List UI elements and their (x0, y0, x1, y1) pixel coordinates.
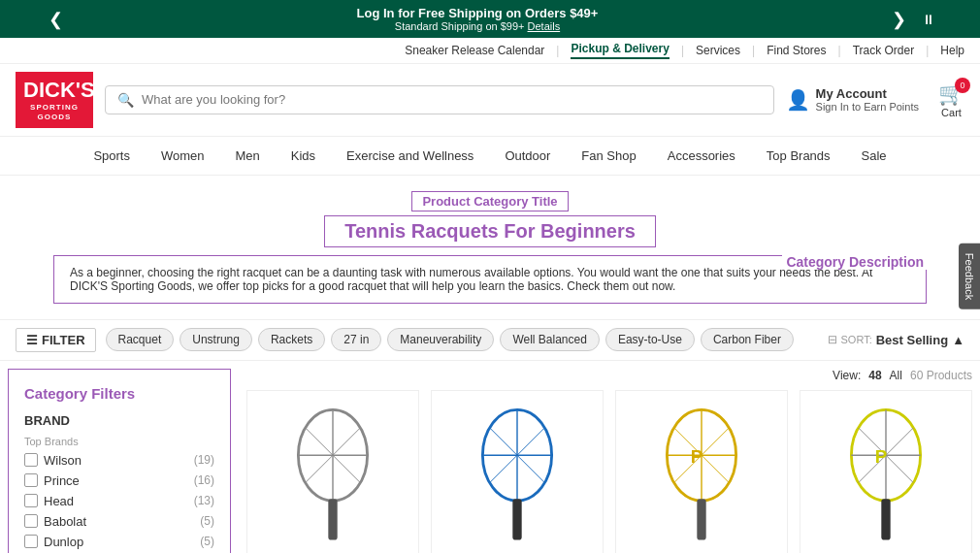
nav-top-brands[interactable]: Top Brands (751, 145, 846, 167)
cart-badge: 0 (955, 78, 970, 93)
brand-name-prince: Prince (44, 473, 80, 488)
top-brands-label: Top Brands (24, 436, 214, 447)
products-grid: Prince Teen Thunder Tennis Racquet $29.9… (246, 390, 972, 553)
brand-count-prince: (16) (194, 473, 214, 487)
logo[interactable]: DICK'S SPORTING GOODS (16, 72, 93, 128)
svg-text:P: P (875, 445, 888, 466)
product-image-2 (441, 401, 593, 546)
pickup-delivery-link[interactable]: Pickup & Delivery (571, 42, 669, 59)
svg-rect-18 (697, 499, 705, 539)
banner-main-text: Log In for Free Shipping on Orders $49+ (73, 6, 882, 20)
sneaker-release-link[interactable]: Sneaker Release Calendar (405, 44, 544, 57)
filter-tag-racquet[interactable]: Racquet (106, 328, 175, 351)
sort-section[interactable]: ⊟ SORT: Best Selling ▲ (828, 333, 965, 347)
svg-rect-11 (512, 499, 521, 539)
brand-section-title[interactable]: BRAND (24, 413, 214, 428)
search-input[interactable] (142, 92, 762, 107)
category-description-text: As a beginner, choosing the right racque… (70, 266, 910, 293)
nav-outdoor[interactable]: Outdoor (489, 145, 566, 167)
filter-tag-unstrung[interactable]: Unstrung (180, 328, 252, 351)
products-header: View: 48 All 60 Products (246, 369, 972, 382)
brand-section: BRAND Top Brands Wilson (19) Prince (16) (24, 413, 214, 553)
sidebar: Category Filters BRAND Top Brands Wilson… (8, 369, 231, 553)
filter-bar: ☰ FILTER Racquet Unstrung Rackets 27 in … (0, 319, 980, 361)
filter-tag-easy-to-use[interactable]: Easy-to-Use (605, 328, 695, 351)
track-order-link[interactable]: Track Order (853, 44, 915, 57)
nav-women[interactable]: Women (146, 145, 220, 167)
list-item[interactable]: Babolat (5) (24, 514, 214, 529)
head-checkbox[interactable] (24, 494, 38, 507)
search-icon: 🔍 (117, 92, 134, 108)
nav-exercise-wellness[interactable]: Exercise and Wellness (331, 145, 489, 167)
account-section[interactable]: 👤 My Account Sign In to Earn Points (786, 86, 919, 113)
list-item[interactable]: Dunlop (5) (24, 535, 214, 549)
banner-pause-button[interactable]: ⏸ (916, 12, 941, 27)
sort-chevron-icon: ▲ (952, 333, 964, 347)
feedback-button[interactable]: Feedback (959, 244, 980, 309)
search-bar[interactable]: 🔍 (105, 85, 774, 114)
page-content: Product Category Title Tennis Racquets F… (0, 176, 980, 553)
brand-count-babolat: (5) (200, 514, 214, 528)
babolat-checkbox[interactable] (24, 514, 38, 528)
cart-section[interactable]: 🛒 0 Cart (938, 81, 964, 118)
svg-rect-25 (881, 499, 890, 539)
help-link[interactable]: Help (940, 44, 964, 57)
svg-rect-5 (328, 499, 337, 539)
filter-tag-well-balanced[interactable]: Well Balanced (500, 328, 600, 351)
account-text: My Account Sign In to Earn Points (816, 86, 919, 113)
find-stores-link[interactable]: Find Stores (767, 44, 826, 57)
sign-in-label: Sign In to Earn Points (816, 101, 919, 113)
prince-checkbox[interactable] (24, 473, 38, 487)
product-card[interactable]: P Prince Men's Thunder 110 Tennis Racque… (800, 390, 972, 553)
filter-label: FILTER (42, 333, 85, 347)
brand-name-head: Head (44, 494, 74, 508)
list-item[interactable]: Wilson (19) (24, 453, 214, 468)
sort-value: Best Selling (876, 333, 948, 347)
view-48[interactable]: 48 (868, 369, 881, 382)
filter-tag-maneuverability[interactable]: Maneuverability (387, 328, 494, 351)
filter-tag-27in[interactable]: 27 in (331, 328, 381, 351)
banner-next-arrow[interactable]: ❯ (882, 9, 916, 30)
brand-label: BRAND (24, 413, 70, 428)
banner-sub-text: Standard Shipping on $99+ Details (73, 20, 882, 32)
nav-kids[interactable]: Kids (276, 145, 331, 167)
dunlop-checkbox[interactable] (24, 535, 38, 548)
category-filters-label: Category Filters (24, 385, 214, 402)
nav-sports[interactable]: Sports (78, 145, 146, 167)
filter-tag-carbon-fiber[interactable]: Carbon Fiber (701, 328, 794, 351)
view-label: View: (833, 369, 861, 382)
header-right: 👤 My Account Sign In to Earn Points 🛒 0 … (786, 81, 964, 118)
filter-button[interactable]: ☰ FILTER (16, 328, 96, 352)
product-image-4: P (810, 401, 962, 546)
nav-fan-shop[interactable]: Fan Shop (566, 145, 651, 167)
product-card[interactable]: Prince Teen Thunder Tennis Racquet $29.9… (246, 390, 419, 553)
list-item[interactable]: Prince (16) (24, 473, 214, 488)
brand-count-wilson: (19) (194, 453, 214, 467)
main-layout: Category Filters BRAND Top Brands Wilson… (0, 361, 980, 553)
nav-accessories[interactable]: Accessories (652, 145, 751, 167)
brand-name-dunlop: Dunlop (44, 535, 83, 549)
wilson-checkbox[interactable] (24, 453, 38, 467)
nav-sale[interactable]: Sale (846, 145, 902, 167)
product-card[interactable]: P Prince 2020 Thunder Bolt Tennis Racque… (615, 390, 788, 553)
category-header: Product Category Title Tennis Racquets F… (0, 176, 980, 319)
banner-prev-arrow[interactable]: ❮ (39, 9, 73, 30)
sort-icon: ⊟ (828, 333, 837, 346)
brand-count-head: (13) (194, 494, 214, 507)
list-item[interactable]: Head (13) (24, 494, 214, 508)
banner-details-link[interactable]: Details (528, 20, 561, 32)
cart-label: Cart (941, 107, 962, 118)
filter-tags: Racquet Unstrung Rackets 27 in Maneuvera… (106, 328, 818, 351)
filter-tag-rackets[interactable]: Rackets (258, 328, 325, 351)
product-category-title: Tennis Racquets For Beginners (324, 215, 656, 247)
logo-goods: GOODS (23, 113, 85, 122)
brand-count-dunlop: (5) (200, 535, 214, 548)
header: DICK'S SPORTING GOODS 🔍 👤 My Account Sig… (0, 64, 980, 136)
view-all[interactable]: All (890, 369, 902, 382)
nav-men[interactable]: Men (220, 145, 276, 167)
logo-sporting: SPORTING (23, 103, 85, 113)
product-card[interactable]: Babolat Drive Max 110 Tennis Racquet $99… (431, 390, 604, 553)
services-link[interactable]: Services (696, 44, 740, 57)
category-description-box: Category Description As a beginner, choo… (53, 255, 927, 304)
banner-text: Log In for Free Shipping on Orders $49+ … (73, 6, 882, 32)
